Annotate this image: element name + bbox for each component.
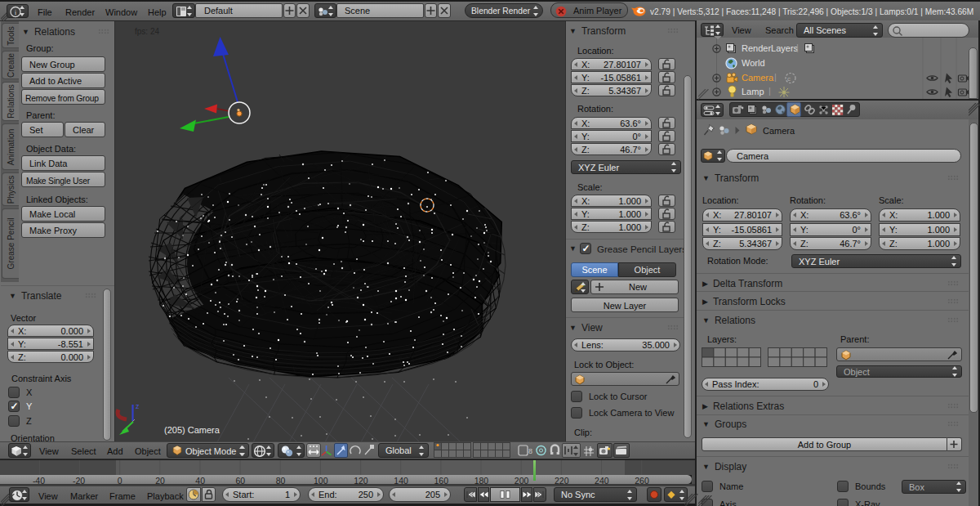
svg-text:i: i — [15, 8, 17, 16]
svg-text:c: c — [787, 75, 791, 83]
svg-text:z: z — [136, 402, 140, 410]
svg-text:8: 8 — [528, 447, 532, 455]
